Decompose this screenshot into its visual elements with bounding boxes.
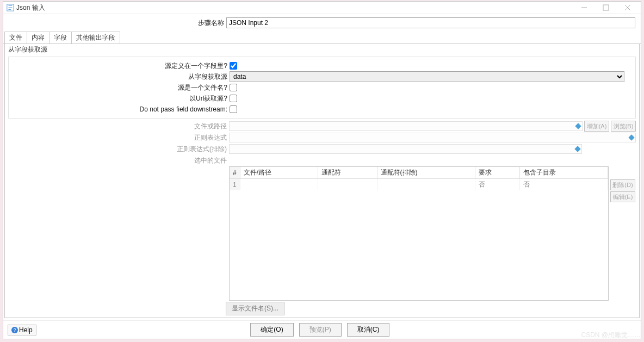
col-wildcard-ex[interactable]: 通配符(排除) [377, 167, 475, 179]
files-table: # 文件/路径 通配符 通配符(排除) 要求 包含子目录 1 [229, 166, 609, 301]
maximize-button[interactable] [595, 2, 617, 14]
bottom-bar: ? Help 确定(O) 预览(P) 取消(C) [3, 320, 641, 339]
do-not-pass-label: Do not pass field downstream: [9, 105, 230, 113]
cell-wild-ex[interactable] [377, 179, 475, 191]
add-button[interactable]: 增加(A) [584, 121, 609, 132]
file-section: 文件或路径 增加(A) 浏览(B) 正则表达式 正则表达式(排除) 选中的文件 [8, 121, 636, 166]
cell-file[interactable] [240, 179, 318, 191]
from-field-label: 从字段获取源 [9, 72, 230, 82]
preview-button[interactable]: 预览(P) [299, 323, 342, 337]
minimize-button[interactable] [573, 2, 595, 14]
diamond-icon [575, 123, 581, 129]
step-name-input[interactable] [226, 17, 635, 28]
titlebar: Json 输入 [3, 2, 641, 14]
cancel-button[interactable]: 取消(C) [347, 323, 390, 337]
col-num[interactable]: # [230, 167, 240, 179]
regex-exclude-input [229, 144, 582, 154]
source-from-field-group: 源定义在一个字段里? 从字段获取源 data 源是一个文件名? 以Url获取源?… [8, 57, 636, 119]
files-table-el: # 文件/路径 通配符 通配符(排除) 要求 包含子目录 1 [230, 167, 608, 190]
is-filename-label: 源是一个文件名? [9, 83, 230, 92]
show-filenames-button[interactable]: 显示文件名(S)... [226, 302, 284, 315]
files-table-area: # 文件/路径 通配符 通配符(排除) 要求 包含子目录 1 [8, 166, 636, 301]
selected-files-label: 选中的文件 [8, 156, 229, 165]
diamond-icon [574, 146, 580, 152]
help-label: Help [19, 326, 33, 334]
col-wildcard[interactable]: 通配符 [318, 167, 377, 179]
tab-file[interactable]: 文件 [4, 32, 27, 43]
delete-row-button[interactable]: 删除(D) [610, 179, 635, 190]
tab-row: 文件 内容 字段 其他输出字段 [3, 32, 641, 44]
step-name-label: 步骤名称 [3, 18, 226, 28]
window-title: Json 输入 [16, 3, 45, 13]
is-filename-checkbox[interactable] [230, 84, 237, 91]
table-row[interactable]: 1 否 否 [230, 179, 608, 191]
regex-label: 正则表达式 [8, 133, 229, 142]
file-or-path-label: 文件或路径 [8, 122, 229, 131]
group-title: 从字段获取源 [5, 44, 639, 55]
tab-content[interactable]: 内容 [27, 32, 49, 43]
help-icon: ? [11, 327, 18, 333]
svg-rect-1 [603, 5, 609, 10]
app-icon [7, 4, 14, 11]
col-req[interactable]: 要求 [475, 167, 519, 179]
cell-sub[interactable]: 否 [519, 179, 608, 191]
close-button[interactable] [617, 2, 639, 14]
table-side-btns: 删除(D) 编辑(E) [609, 166, 636, 301]
edit-row-button[interactable]: 编辑(E) [610, 191, 635, 202]
dialog-window: Json 输入 步骤名称 文件 内容 字段 其他输出字段 从字段获取源 源定义在… [3, 1, 641, 339]
source-in-field-checkbox[interactable] [230, 62, 237, 70]
tab-fields[interactable]: 字段 [49, 32, 72, 43]
do-not-pass-checkbox[interactable] [230, 105, 237, 113]
tab-content-file: 从字段获取源 源定义在一个字段里? 从字段获取源 data 源是一个文件名? 以… [4, 44, 640, 318]
source-in-field-label: 源定义在一个字段里? [9, 61, 230, 71]
below-table: 显示文件名(S)... [226, 302, 636, 315]
by-url-checkbox[interactable] [230, 95, 237, 102]
by-url-label: 以Url获取源? [9, 94, 230, 103]
step-name-row: 步骤名称 [3, 14, 641, 32]
col-subdir[interactable]: 包含子目录 [519, 167, 608, 179]
browse-button[interactable]: 浏览(B) [611, 121, 636, 132]
tab-other-output[interactable]: 其他输出字段 [71, 32, 120, 43]
cell-req[interactable]: 否 [475, 179, 519, 191]
help-button[interactable]: ? Help [8, 325, 36, 335]
regex-exclude-label: 正则表达式(排除) [8, 145, 229, 154]
cell-wild[interactable] [318, 179, 377, 191]
regex-input [229, 133, 636, 142]
col-file[interactable]: 文件/路径 [240, 167, 318, 179]
cell-num: 1 [230, 179, 240, 191]
from-field-select[interactable]: data [230, 71, 624, 82]
diamond-icon [628, 134, 634, 140]
ok-button[interactable]: 确定(O) [250, 323, 293, 337]
file-or-path-input [229, 121, 583, 131]
